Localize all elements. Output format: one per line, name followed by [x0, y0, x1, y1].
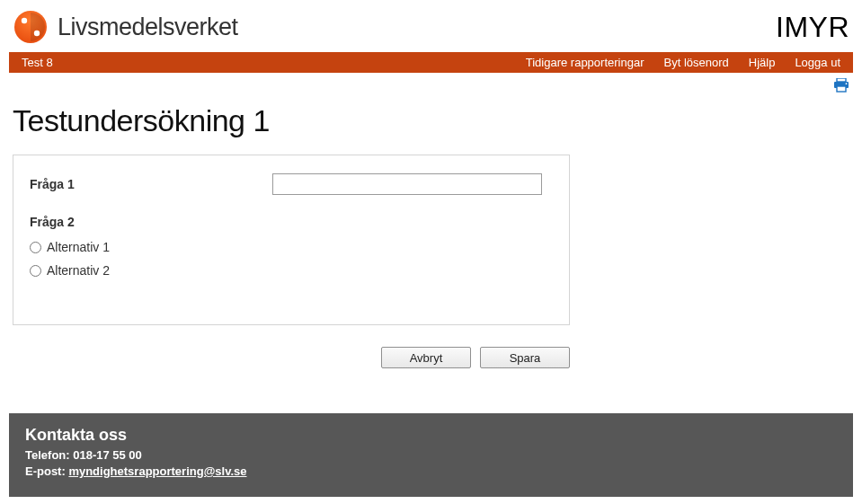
cancel-button[interactable]: Avbryt [381, 347, 471, 368]
svg-rect-5 [837, 86, 846, 92]
nav-link-password[interactable]: Byt lösenord [664, 56, 729, 69]
content: Testundersökning 1 Fråga 1 Fråga 2 Alter… [0, 103, 862, 395]
footer-email-link[interactable]: myndighetsrapportering@slv.se [68, 464, 246, 478]
form-panel: Fråga 1 Fråga 2 Alternativ 1 Alternativ … [13, 155, 570, 325]
q2-option-1[interactable]: Alternativ 1 [30, 240, 553, 254]
brand-name: Livsmedelsverket [58, 13, 238, 41]
brand: Livsmedelsverket [13, 9, 238, 45]
q2-radio-2[interactable] [30, 265, 41, 277]
footer-phone-value: 018-17 55 00 [73, 448, 142, 462]
button-row: Avbryt Spara [13, 347, 570, 368]
navbar-left-label: Test 8 [22, 56, 53, 69]
navbar-links: Tidigare rapporteringar Byt lösenord Hjä… [526, 56, 840, 69]
print-row [0, 73, 862, 98]
print-icon[interactable] [833, 78, 849, 96]
navbar: Test 8 Tidigare rapporteringar Byt lösen… [9, 52, 853, 73]
svg-point-1 [22, 18, 27, 23]
q2-option-1-label: Alternativ 1 [47, 240, 110, 254]
page-header: Livsmedelsverket IMYR [0, 0, 862, 52]
footer-title: Kontakta oss [25, 426, 837, 445]
footer: Kontakta oss Telefon: 018-17 55 00 E-pos… [9, 413, 853, 497]
svg-point-2 [34, 31, 40, 36]
save-button[interactable]: Spara [480, 347, 570, 368]
footer-email: E-post: myndighetsrapportering@slv.se [25, 464, 837, 478]
q1-label: Fråga 1 [30, 177, 272, 191]
nav-link-logout[interactable]: Logga ut [795, 56, 840, 69]
brand-logo-icon [13, 9, 49, 45]
q2-label: Fråga 2 [30, 215, 553, 229]
footer-phone: Telefon: 018-17 55 00 [25, 448, 837, 462]
form-row-q1: Fråga 1 [30, 173, 553, 195]
footer-email-label: E-post: [25, 464, 68, 478]
q1-input[interactable] [272, 173, 542, 195]
q2-option-2[interactable]: Alternativ 2 [30, 263, 553, 278]
page-title: Testundersökning 1 [13, 103, 849, 138]
nav-link-reports[interactable]: Tidigare rapporteringar [526, 56, 644, 69]
app-name: IMYR [776, 11, 849, 44]
svg-point-6 [846, 83, 848, 84]
q2-radio-1[interactable] [30, 242, 41, 253]
q2-option-2-label: Alternativ 2 [47, 263, 110, 278]
nav-link-help[interactable]: Hjälp [749, 56, 776, 69]
footer-phone-label: Telefon: [25, 448, 73, 462]
svg-rect-3 [837, 78, 846, 82]
